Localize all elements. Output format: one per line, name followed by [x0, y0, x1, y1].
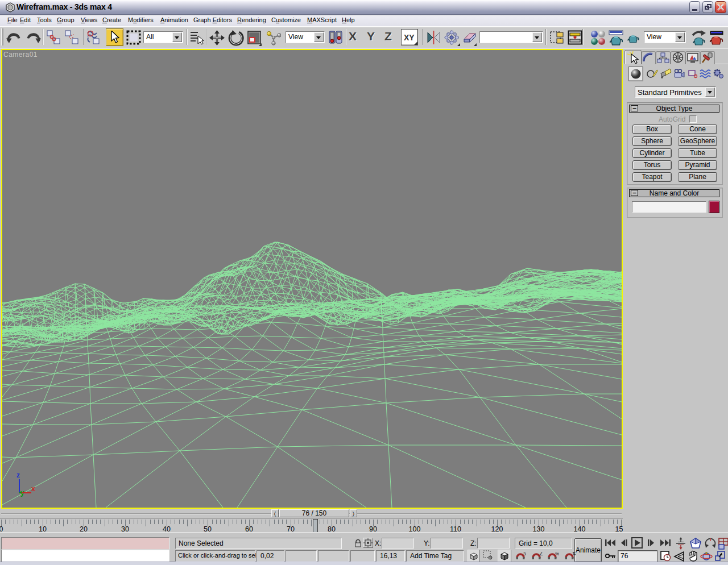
svg-text:z: z — [16, 471, 20, 479]
svg-text:%: % — [555, 551, 559, 556]
svg-text:⇅: ⇅ — [572, 551, 576, 556]
svg-text:x: x — [31, 485, 35, 493]
svg-text:3: 3 — [523, 551, 526, 556]
svg-text:∠: ∠ — [539, 551, 543, 556]
